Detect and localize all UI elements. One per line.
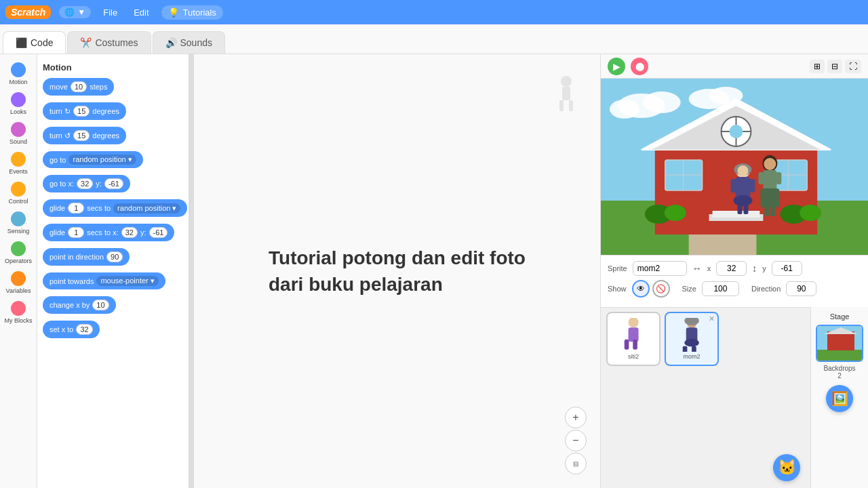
- sprite-thumb-siti2[interactable]: siti2: [606, 312, 660, 366]
- small-stage-button[interactable]: ⊞: [810, 60, 825, 73]
- block-direction-value[interactable]: 90: [106, 251, 123, 262]
- x-input[interactable]: [716, 261, 747, 276]
- script-area[interactable]: Tutorial potong dan edit foto dari buku …: [194, 54, 600, 488]
- block-glide-xy-secs[interactable]: 1: [68, 227, 84, 238]
- svg-point-0: [561, 76, 572, 87]
- block-glide-secs[interactable]: 1: [68, 203, 84, 214]
- tab-costumes[interactable]: ✂️ Costumes: [67, 31, 151, 54]
- sidebar-item-variables[interactable]: Variables: [1, 268, 36, 297]
- sprite-name-mom2: mom2: [683, 353, 700, 360]
- block-goto-x[interactable]: 32: [77, 178, 93, 189]
- sidebar-item-motion[interactable]: Motion: [1, 60, 36, 88]
- block-goto-xy[interactable]: go to x: 32 y: -61: [43, 175, 130, 192]
- sidebar-item-looks[interactable]: Looks: [1, 89, 36, 118]
- zoom-controls: + − ⊟: [565, 407, 587, 474]
- block-row-turn-ccw: turn ↺ 15 degrees: [43, 127, 183, 148]
- tutorials-button[interactable]: 💡 Tutorials: [161, 5, 223, 20]
- block-row-glide-xy: glide 1 secs to x: 32 y: -61: [43, 224, 183, 245]
- sidebar-item-operators[interactable]: Operators: [1, 239, 36, 267]
- block-goto-y[interactable]: -61: [104, 178, 123, 189]
- y-input[interactable]: [772, 261, 802, 276]
- block-set-x[interactable]: set x to 32: [43, 321, 100, 338]
- tab-code[interactable]: ⬛ Code: [3, 31, 66, 54]
- sprite-ghost: [553, 75, 580, 115]
- svg-rect-42: [763, 170, 776, 190]
- block-move[interactable]: move 10 steps: [43, 78, 114, 96]
- file-menu[interactable]: File: [99, 6, 121, 19]
- tab-sounds[interactable]: 🔊 Sounds: [153, 31, 225, 54]
- edit-menu[interactable]: Edit: [130, 6, 153, 19]
- sidebar-item-sound[interactable]: Sound: [1, 119, 36, 148]
- sprite-thumb-mom2[interactable]: ✕ mom2: [665, 312, 719, 366]
- topbar: Scratch 🌐 ▼ File Edit 💡 Tutorials: [0, 0, 868, 24]
- block-goto-dropdown[interactable]: random position ▾: [68, 155, 136, 165]
- svg-rect-2: [559, 100, 564, 111]
- tutorials-label: Tutorials: [183, 7, 216, 18]
- sidebar-item-myblocks[interactable]: My Blocks: [1, 298, 36, 327]
- block-change-x-value[interactable]: 10: [92, 300, 108, 310]
- stage-controls: ▶ ⬤: [608, 58, 648, 75]
- block-glide-xy[interactable]: glide 1 secs to x: 32 y: -61: [43, 224, 174, 241]
- tutorial-line2: dari buku pelajaran: [269, 271, 526, 298]
- sounds-tab-icon: 🔊: [165, 37, 177, 48]
- svg-rect-39: [743, 202, 748, 214]
- block-turn-cw-value[interactable]: 15: [73, 106, 90, 117]
- zoom-out-button[interactable]: −: [565, 430, 587, 451]
- green-flag-button[interactable]: ▶: [608, 58, 625, 75]
- direction-input[interactable]: [786, 281, 816, 296]
- block-point-towards[interactable]: point towards mouse-pointer ▾: [43, 272, 165, 289]
- block-row-point-dir: point in direction 90: [43, 248, 183, 269]
- block-row-turn-cw: turn ↻ 15 degrees: [43, 102, 183, 123]
- backdrop-thumbnail[interactable]: [816, 325, 863, 362]
- fullscreen-button[interactable]: ⛶: [845, 60, 861, 73]
- block-point-direction[interactable]: point in direction 90: [43, 248, 130, 266]
- stage-label: Stage: [830, 312, 850, 321]
- svg-point-18: [730, 125, 743, 138]
- block-glide-x[interactable]: 32: [121, 227, 138, 238]
- svg-rect-59: [817, 350, 863, 362]
- add-sprite-button[interactable]: 🐱: [773, 454, 800, 481]
- zoom-fit-button[interactable]: ⊟: [565, 453, 587, 474]
- globe-button[interactable]: 🌐 ▼: [59, 6, 91, 18]
- svg-rect-1: [562, 87, 570, 100]
- zoom-in-button[interactable]: +: [565, 407, 587, 428]
- block-goto-random[interactable]: go to random position ▾: [43, 151, 143, 168]
- sensing-label: Sensing: [7, 228, 30, 235]
- size-input[interactable]: [702, 281, 739, 296]
- stop-button[interactable]: ⬤: [631, 58, 648, 75]
- add-backdrop-button[interactable]: 🖼️: [826, 385, 853, 412]
- stage-area: ▶ ⬤ ⊞ ⊟ ⛶: [600, 54, 868, 488]
- block-turn-ccw[interactable]: turn ↺ 15 degrees: [43, 127, 126, 144]
- events-circle: [11, 152, 26, 167]
- full-stage-button[interactable]: ⊟: [827, 60, 842, 73]
- sound-label: Sound: [9, 138, 27, 145]
- svg-point-6: [643, 92, 681, 113]
- block-towards-dropdown[interactable]: mouse-pointer ▾: [96, 276, 158, 286]
- svg-point-35: [734, 195, 753, 206]
- block-move-value[interactable]: 10: [71, 81, 87, 92]
- sidebar-item-control[interactable]: Control: [1, 179, 36, 207]
- sprite-close-button[interactable]: ✕: [709, 314, 715, 323]
- svg-rect-46: [764, 206, 769, 216]
- globe-dropdown-icon: ▼: [77, 7, 85, 17]
- x-label: x: [707, 264, 711, 272]
- show-hidden-button[interactable]: 🚫: [652, 280, 670, 298]
- sidebar-item-sensing[interactable]: Sensing: [1, 209, 36, 237]
- motion-label: Motion: [9, 79, 27, 85]
- block-glide-y[interactable]: -61: [149, 227, 168, 238]
- svg-rect-44: [758, 172, 764, 184]
- block-turn-cw[interactable]: turn ↻ 15 degrees: [43, 102, 126, 120]
- sprite-info-row-2: Show 👁 🚫 Size Direction: [608, 280, 861, 298]
- svg-point-7: [610, 100, 639, 119]
- myblocks-label: My Blocks: [4, 317, 32, 324]
- block-glide-random[interactable]: glide 1 secs to random position ▾: [43, 199, 187, 217]
- sprite-name-input[interactable]: [633, 261, 687, 276]
- block-turn-ccw-value[interactable]: 15: [73, 130, 90, 141]
- tutorials-icon: 💡: [168, 7, 179, 18]
- sidebar-item-events[interactable]: Events: [1, 149, 36, 178]
- show-visible-button[interactable]: 👁: [632, 280, 650, 298]
- block-change-x[interactable]: change x by 10: [43, 296, 116, 314]
- block-set-x-value[interactable]: 32: [76, 324, 92, 335]
- block-glide-dropdown[interactable]: random position ▾: [113, 203, 180, 214]
- sprite-info-panel: Sprite ↔ x ↕ y Show 👁 🚫 Size Direction: [601, 255, 868, 307]
